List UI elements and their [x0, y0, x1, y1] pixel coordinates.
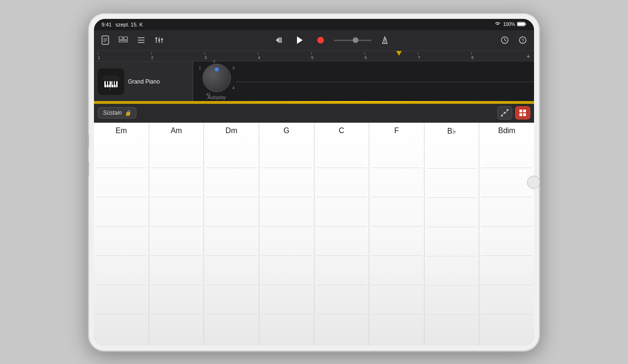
svg-rect-45: [109, 88, 110, 91]
svg-marker-19: [276, 37, 279, 43]
svg-rect-52: [523, 113, 526, 116]
knob-body[interactable]: [203, 64, 231, 92]
status-bar: 9:41 szept. 15. K 100%: [94, 19, 534, 30]
knob-num-kl: Kl: [206, 92, 210, 97]
ruler-mark-8: 8: [471, 52, 525, 60]
ruler-mark-6: 6: [365, 52, 418, 60]
chord-key-dm[interactable]: Dm: [204, 123, 259, 346]
chord-key-am-lines: [149, 137, 204, 346]
toolbar: ?: [94, 30, 534, 51]
playhead: [396, 51, 402, 57]
knob-num-2: 2: [213, 59, 215, 64]
knob-num-1: 1: [199, 66, 201, 70]
chord-key-c[interactable]: C: [314, 123, 370, 346]
ruler-mark-3: 3: [204, 52, 258, 60]
svg-rect-50: [523, 110, 526, 112]
help-button[interactable]: ?: [515, 33, 530, 48]
battery-icon: [517, 22, 526, 27]
chord-key-g-lines: [259, 137, 314, 346]
svg-rect-40: [116, 81, 118, 87]
chord-key-em-label: Em: [94, 123, 149, 137]
sustain-button[interactable]: Süstain 🔒: [98, 107, 136, 119]
autoplay-label: Autoplay: [208, 95, 226, 100]
tracks-area: Grand Piano 2 3 4 Kl 1: [94, 61, 534, 104]
metronome-button[interactable]: [377, 33, 392, 48]
chord-key-bb-lines: [424, 137, 479, 346]
chord-controls-bar: Süstain 🔒: [94, 104, 534, 123]
svg-point-18: [161, 38, 163, 40]
chord-key-f-label: F: [369, 123, 424, 137]
ruler-mark-1: 1: [98, 52, 151, 60]
svg-text:?: ?: [521, 38, 524, 43]
autoplay-knob[interactable]: 2 3 4 Kl 1: [203, 64, 231, 92]
add-section-button[interactable]: +: [526, 52, 530, 60]
chord-right-buttons: [497, 106, 530, 119]
date: szept. 15. K: [115, 22, 143, 27]
chord-key-bdim[interactable]: Bdim: [479, 123, 534, 346]
ipad-frame: 9:41 szept. 15. K 100%: [87, 12, 541, 352]
lock-icon: 🔒: [125, 110, 131, 116]
svg-rect-9: [119, 41, 127, 42]
svg-rect-8: [124, 37, 127, 40]
chord-key-em-lines: [94, 137, 149, 346]
gold-bar-left: [94, 101, 193, 102]
arpeggio-button[interactable]: [497, 106, 512, 119]
home-button[interactable]: [527, 176, 540, 189]
chord-key-f[interactable]: F: [369, 123, 424, 346]
chord-key-am-label: Am: [149, 123, 204, 137]
chord-key-g-label: G: [259, 123, 314, 137]
ruler-mark-2: 2: [151, 52, 204, 60]
chord-key-dm-lines: [204, 137, 259, 346]
chord-grid-button[interactable]: [515, 106, 530, 119]
track-content: 2 3 4 Kl 1 Autoplay: [193, 61, 534, 102]
volume-up-button[interactable]: [87, 135, 89, 148]
ruler-marks: 1 2 3 4 5 6 7 8: [98, 52, 525, 60]
toolbar-right: ?: [497, 33, 530, 48]
chord-key-bb[interactable]: B♭: [424, 123, 480, 346]
sustain-label: Süstain: [103, 110, 122, 116]
knob-dot: [215, 68, 219, 71]
ruler-mark-7: 7: [418, 52, 471, 60]
status-right: 100%: [494, 21, 526, 27]
chord-key-am[interactable]: Am: [149, 123, 204, 346]
svg-marker-32: [396, 51, 402, 56]
svg-rect-1: [518, 23, 525, 25]
svg-line-29: [505, 40, 506, 41]
wifi-icon: [494, 21, 501, 27]
svg-rect-51: [519, 113, 522, 116]
svg-marker-22: [297, 36, 303, 44]
rewind-button[interactable]: [272, 33, 287, 48]
chord-key-em[interactable]: Em: [94, 123, 149, 346]
track-connection-line: [236, 82, 534, 82]
mute-switch[interactable]: [87, 165, 89, 176]
tempo-slider[interactable]: [334, 40, 372, 41]
chord-key-c-lines: [314, 137, 369, 346]
tracks-button[interactable]: [116, 33, 131, 48]
svg-point-14: [155, 37, 157, 39]
document-button[interactable]: [98, 33, 113, 48]
knob-num-3: 3: [232, 66, 235, 70]
chord-key-f-lines: [369, 137, 424, 346]
record-button[interactable]: [313, 33, 328, 48]
svg-rect-44: [115, 81, 116, 85]
knob-num-4: 4: [232, 85, 235, 90]
chord-key-g[interactable]: G: [259, 123, 314, 346]
svg-rect-42: [108, 81, 110, 85]
track-name: Grand Piano: [128, 78, 160, 85]
mixer-button[interactable]: [152, 33, 167, 48]
svg-rect-20: [280, 37, 280, 43]
clock-button[interactable]: [497, 33, 512, 48]
list-button[interactable]: [134, 33, 149, 48]
svg-point-23: [317, 37, 324, 43]
timeline-ruler: 1 2 3 4 5 6 7 8 +: [94, 51, 534, 61]
ruler-mark-4: 4: [258, 52, 311, 60]
play-button[interactable]: [292, 33, 307, 48]
svg-rect-2: [525, 23, 526, 25]
track-header[interactable]: Grand Piano: [94, 61, 193, 102]
toolbar-center: [169, 33, 495, 48]
autoplay-area: 2 3 4 Kl 1 Autoplay: [203, 64, 231, 100]
time: 9:41: [102, 22, 111, 27]
chord-key-bb-label: B♭: [424, 123, 479, 137]
gold-bar-right: [193, 101, 534, 102]
svg-rect-41: [106, 81, 107, 85]
